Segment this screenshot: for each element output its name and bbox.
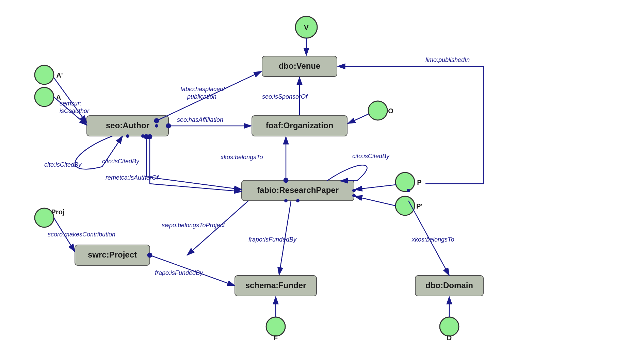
edge-O-to-org xyxy=(348,114,369,123)
node-research-paper-label: fabio:ResearchPaper xyxy=(257,185,339,195)
edge-paper-self-loop xyxy=(327,165,367,181)
edge-label-hasplace2: publication xyxy=(187,93,216,100)
node-author-label: seo:Author xyxy=(106,121,149,130)
svg-point-8 xyxy=(167,124,170,128)
circle-Proj-label: Proj xyxy=(51,208,65,216)
edge-label-isSponsorOf: seo:isSponsorOf xyxy=(262,93,308,100)
edge-Pprime-to-paper xyxy=(355,196,396,206)
svg-point-5 xyxy=(141,134,145,138)
circle-V-label: V xyxy=(304,24,309,31)
circle-P xyxy=(396,172,415,192)
circle-A xyxy=(35,87,54,106)
edge-label-xkos-belongsTo-org: xkos:belongsTo xyxy=(220,154,263,161)
svg-point-9 xyxy=(284,199,288,202)
node-funder-label: schema:Funder xyxy=(245,281,306,290)
edge-label-isCoauthor: semsur: xyxy=(60,100,81,107)
circle-O xyxy=(368,101,387,120)
circle-D xyxy=(440,317,459,336)
edge-label-isCoauthor2: isCoauthor xyxy=(60,107,90,114)
node-organization-label: foaf:Organization xyxy=(266,121,334,130)
edge-label-hasAffiliation: seo:hasAffiliation xyxy=(177,116,223,123)
edge-label-makesContribution: scoro:makesContribution xyxy=(48,231,115,238)
circle-F-label: F xyxy=(274,334,278,342)
svg-point-10 xyxy=(296,199,300,202)
edge-label-isFundedBy-paper: frapo:isFundedBy xyxy=(248,236,297,243)
edge-label-cito-isCitedBy: cito:isCitedBy xyxy=(102,158,140,165)
edge-label-isAuthorOf: remetca:isAuthorOf xyxy=(106,174,159,181)
circle-F xyxy=(266,317,285,336)
circle-A-prime xyxy=(35,65,54,84)
edge-P-to-paper xyxy=(355,185,396,189)
edge-label-belongsToProject: swpo:belongsToProject xyxy=(162,222,225,229)
svg-point-7 xyxy=(145,134,148,138)
circle-D-label: D xyxy=(447,334,452,342)
edge-label-paper-citedBy: cito:isCitedBy xyxy=(352,153,390,160)
node-venue-label: dbo:Venue xyxy=(279,61,321,70)
edge-author-to-paper-cited xyxy=(146,137,242,189)
diagram-svg: seo:Author dbo:Venue foaf:Organization f… xyxy=(0,0,629,364)
edge-label-author-citedBy: cito:isCitedBy xyxy=(44,161,82,168)
edge-label-isFundedBy-project: frapo:isFundedBy xyxy=(155,269,203,276)
circle-A-prime-label: A' xyxy=(56,71,63,79)
node-project-label: swrc:Project xyxy=(88,250,137,259)
svg-point-11 xyxy=(352,189,356,192)
svg-point-12 xyxy=(352,194,356,197)
svg-point-14 xyxy=(148,253,151,257)
circle-P-prime-label: P' xyxy=(416,202,422,210)
edge-paper-to-venue-published xyxy=(338,66,483,184)
circle-P-label: P xyxy=(417,179,421,186)
svg-point-4 xyxy=(126,134,129,138)
edge-label-publishedIn: limo:publishedIn xyxy=(425,56,470,63)
edge-label-hasplace1: fabio:hasplaceof xyxy=(180,86,226,93)
svg-point-6 xyxy=(155,124,158,128)
edge-label-xkos-belongsTo-domain: xkos:belongsTo xyxy=(412,236,454,243)
svg-point-13 xyxy=(407,189,410,192)
node-domain-label: dbo:Domain xyxy=(425,281,473,290)
circle-O-label: O xyxy=(388,107,393,115)
